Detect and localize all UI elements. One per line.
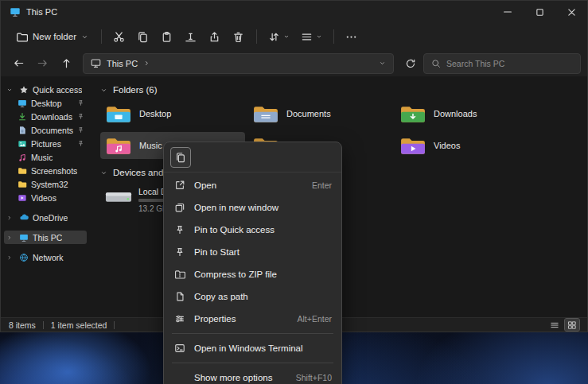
menu-item-open[interactable]: Open Enter	[164, 174, 341, 196]
large-icons-view-icon[interactable]	[565, 319, 579, 331]
new-folder-button[interactable]: New folder	[9, 27, 95, 47]
chevron-right-icon[interactable]	[143, 60, 150, 67]
menu-item-copy-as-path[interactable]: Copy as path	[164, 285, 341, 308]
divider	[114, 321, 115, 329]
menu-item-shortcut: Alt+Enter	[298, 314, 332, 324]
sort-button[interactable]	[263, 25, 295, 48]
cut-button[interactable]	[107, 25, 131, 48]
address-dropdown-chevron[interactable]	[379, 60, 386, 67]
sidebar-item-network[interactable]: Network	[4, 250, 87, 264]
breadcrumb-root[interactable]: This PC	[107, 59, 138, 68]
folder-tile-downloads[interactable]: Downloads	[395, 100, 539, 127]
divider	[101, 29, 102, 44]
sidebar-item-music[interactable]: Music	[4, 150, 87, 164]
address-bar[interactable]: This PC	[83, 53, 394, 74]
pin-icon	[77, 126, 84, 134]
pin-icon	[77, 99, 84, 107]
chevron-down-icon	[81, 33, 88, 41]
menu-item-label: Pin to Start	[194, 247, 239, 257]
sidebar-item-quick-access[interactable]: Quick access	[4, 83, 87, 96]
chevron-right-icon[interactable]	[6, 235, 15, 241]
menu-item-shortcut: Enter	[312, 180, 332, 190]
sidebar-item-desktop[interactable]: Desktop	[4, 96, 87, 110]
close-button[interactable]	[555, 1, 587, 23]
rename-button[interactable]	[179, 25, 203, 48]
menu-item-open-in-windows-terminal[interactable]: Open in Windows Terminal	[164, 337, 341, 359]
maximize-button[interactable]	[524, 1, 555, 23]
more-options-button[interactable]	[340, 25, 364, 48]
cloud-icon	[18, 212, 29, 223]
menu-item-show-more-options[interactable]: Show more options Shift+F10	[164, 367, 341, 384]
menu-item-pin-to-quick-access[interactable]: Pin to Quick access	[164, 219, 341, 241]
pin-icon	[77, 113, 84, 120]
sidebar-item-downloads[interactable]: Downloads	[4, 110, 87, 123]
sidebar-item-label: Desktop	[31, 99, 62, 108]
chevron-down-icon	[316, 33, 322, 40]
refresh-button[interactable]	[399, 53, 422, 74]
paste-button[interactable]	[155, 25, 179, 48]
sidebar-item-screenshots[interactable]: Screenshots	[4, 164, 87, 177]
downloads-folder-icon	[399, 103, 426, 125]
sidebar-item-this-pc[interactable]: This PC	[4, 231, 87, 244]
command-bar: New folder	[1, 23, 587, 50]
share-button[interactable]	[203, 25, 227, 48]
menu-item-compress-to-zip[interactable]: Compress to ZIP file	[164, 263, 341, 285]
menu-item-label: Open	[194, 180, 216, 190]
sidebar-item-documents[interactable]: Documents	[4, 123, 87, 137]
sidebar-item-system32[interactable]: System32	[4, 177, 87, 191]
minimize-button[interactable]	[492, 1, 524, 23]
forward-button[interactable]	[31, 53, 53, 74]
menu-item-label: Open in new window	[194, 203, 278, 212]
sidebar-item-onedrive[interactable]: OneDrive	[4, 211, 87, 224]
sidebar-item-label: System32	[31, 180, 68, 189]
menu-item-shortcut: Shift+F10	[296, 373, 332, 382]
folder-tile-label: Downloads	[434, 109, 477, 118]
menu-separator	[172, 363, 333, 363]
monitor-icon	[17, 99, 28, 108]
menu-separator	[172, 333, 333, 334]
view-button[interactable]	[295, 25, 328, 48]
chevron-down-icon[interactable]	[100, 87, 107, 94]
sidebar-item-label: Downloads	[31, 112, 72, 122]
delete-button[interactable]	[227, 25, 251, 48]
context-menu-items: Open Enter Open in new window Pin to Qui…	[164, 173, 341, 384]
folder-icon	[17, 180, 28, 189]
chevron-down-icon[interactable]	[6, 87, 15, 93]
new-folder-label: New folder	[33, 32, 76, 41]
details-view-icon[interactable]	[547, 319, 562, 331]
copy-icon	[175, 152, 186, 163]
copy-button[interactable]	[131, 25, 155, 48]
folder-tile-label: Videos	[434, 141, 460, 150]
folder-tile-documents[interactable]: Documents	[247, 100, 392, 127]
sidebar-item-pictures[interactable]: Pictures	[4, 137, 87, 150]
search-input[interactable]	[446, 59, 573, 68]
chevron-right-icon[interactable]	[6, 254, 15, 261]
this-pc-icon	[91, 58, 101, 68]
chevron-right-icon[interactable]	[6, 215, 15, 221]
zip-folder-icon	[173, 269, 186, 280]
folder-tile-label: Documents	[286, 109, 331, 118]
search-box[interactable]	[423, 53, 581, 74]
up-button[interactable]	[55, 53, 77, 74]
menu-item-open-in-new-window[interactable]: Open in new window	[164, 196, 341, 219]
back-button[interactable]	[7, 53, 29, 74]
titlebar[interactable]: This PC	[1, 1, 587, 23]
menu-item-pin-to-start[interactable]: Pin to Start	[164, 241, 341, 263]
folder-icon	[17, 166, 28, 176]
monitor-icon	[18, 233, 29, 242]
properties-icon	[173, 313, 186, 324]
star-icon	[18, 85, 29, 95]
menu-item-properties[interactable]: Properties Alt+Enter	[164, 308, 341, 330]
chevron-down-icon[interactable]	[100, 169, 107, 176]
folder-tile-videos[interactable]: Videos	[395, 132, 539, 159]
menu-item-label: Show more options	[194, 373, 272, 382]
desktop-folder-icon	[105, 103, 132, 125]
video-icon	[17, 193, 28, 203]
folder-tile-desktop[interactable]: Desktop	[100, 100, 245, 127]
divider	[333, 29, 334, 44]
sidebar-item-label: Pictures	[31, 139, 61, 149]
folders-section-header[interactable]: Folders (6)	[100, 83, 581, 97]
menu-item-label: Open in Windows Terminal	[194, 343, 303, 353]
copy-button[interactable]	[170, 147, 191, 168]
sidebar-item-videos[interactable]: Videos	[4, 191, 87, 204]
